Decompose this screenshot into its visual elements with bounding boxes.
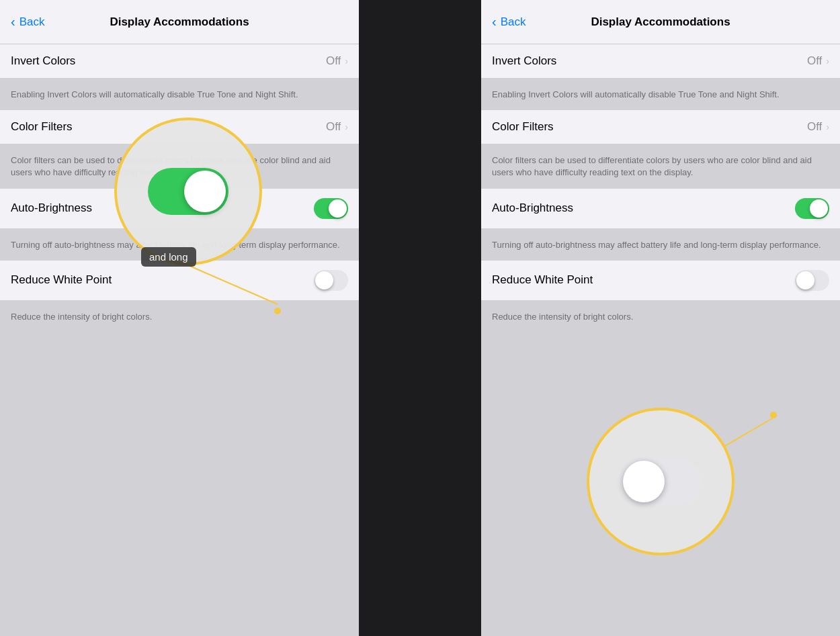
toggle-thumb-left	[329, 199, 347, 218]
toggle-thumb-right	[810, 199, 828, 218]
color-filters-value-left: Off ›	[326, 120, 348, 134]
zoomed-toggle-left	[148, 168, 228, 215]
zoom-overlay-left	[114, 118, 262, 265]
back-button-right[interactable]: ‹ Back	[492, 14, 526, 30]
reduce-white-point-toggle-right[interactable]	[795, 270, 829, 291]
reduce-white-point-desc-right: Reduce the intensity of bright colors.	[481, 306, 840, 332]
back-chevron-left: ‹	[11, 14, 15, 30]
color-filters-value-right: Off ›	[807, 120, 829, 134]
color-filters-row-right[interactable]: Color Filters Off ›	[481, 110, 840, 144]
highlight-dot-right	[770, 412, 777, 418]
chevron-invert-right: ›	[826, 56, 829, 66]
zoomed-toggle-right	[620, 458, 701, 505]
zoomed-thumb-right	[623, 461, 665, 502]
zoom-overlay-right	[587, 408, 734, 555]
invert-colors-label-left: Invert Colors	[11, 54, 75, 68]
right-header: ‹ Back Display Accommodations	[481, 0, 840, 44]
invert-colors-value-right: Off ›	[807, 54, 829, 68]
auto-brightness-row-right: Auto-Brightness	[481, 189, 840, 228]
back-chevron-right: ‹	[492, 14, 497, 30]
auto-brightness-desc-right: Turning off auto-brightness may affect b…	[481, 234, 840, 261]
reduce-white-point-label-left: Reduce White Point	[11, 273, 112, 287]
auto-brightness-toggle-left[interactable]	[314, 198, 348, 219]
color-filters-label-left: Color Filters	[11, 120, 73, 134]
color-filters-desc-right: Color filters can be used to differentia…	[481, 149, 840, 188]
reduce-white-point-row-right: Reduce White Point	[481, 261, 840, 300]
invert-colors-value-left: Off ›	[326, 54, 348, 68]
invert-colors-label-right: Invert Colors	[492, 54, 556, 68]
chevron-color-filters-left: ›	[345, 122, 348, 132]
auto-brightness-section-right: Auto-Brightness	[481, 189, 840, 228]
invert-colors-section-left: Invert Colors Off ›	[0, 44, 359, 78]
invert-colors-row-right[interactable]: Invert Colors Off ›	[481, 44, 840, 78]
chevron-color-filters-right: ›	[826, 122, 829, 132]
zoomed-thumb-left	[184, 171, 226, 212]
reduce-white-point-toggle-left[interactable]	[314, 270, 348, 291]
reduce-white-point-section-right: Reduce White Point	[481, 261, 840, 300]
reduce-white-point-label-right: Reduce White Point	[492, 273, 593, 287]
panel-divider	[359, 0, 481, 636]
color-filters-section-right: Color Filters Off ›	[481, 110, 840, 144]
page-title-left: Display Accommodations	[110, 15, 249, 29]
back-button-left[interactable]: ‹ Back	[11, 14, 44, 30]
highlight-dot-left	[274, 308, 281, 314]
back-label-left: Back	[19, 15, 45, 29]
reduce-white-point-desc-left: Reduce the intensity of bright colors.	[0, 306, 359, 332]
auto-brightness-label-right: Auto-Brightness	[492, 201, 573, 215]
page-title-right: Display Accommodations	[591, 15, 730, 29]
invert-colors-desc-right: Enabling Invert Colors will automaticall…	[481, 83, 840, 110]
invert-colors-row-left[interactable]: Invert Colors Off ›	[0, 44, 359, 78]
color-filters-label-right: Color Filters	[492, 120, 554, 134]
chevron-invert-left: ›	[345, 56, 348, 66]
right-panel: ‹ Back Display Accommodations Invert Col…	[481, 0, 840, 636]
left-panel: ‹ Back Display Accommodations Invert Col…	[0, 0, 359, 636]
auto-brightness-label-left: Auto-Brightness	[11, 201, 92, 215]
invert-colors-section-right: Invert Colors Off ›	[481, 44, 840, 78]
invert-colors-desc-left: Enabling Invert Colors will automaticall…	[0, 83, 359, 110]
left-header: ‹ Back Display Accommodations	[0, 0, 359, 44]
zoom-callout-left: and long	[141, 247, 196, 267]
back-label-right: Back	[501, 15, 526, 29]
auto-brightness-toggle-right[interactable]	[795, 198, 829, 219]
toggle-thumb-rwp-left	[315, 271, 333, 289]
toggle-thumb-rwp-right	[796, 271, 814, 289]
